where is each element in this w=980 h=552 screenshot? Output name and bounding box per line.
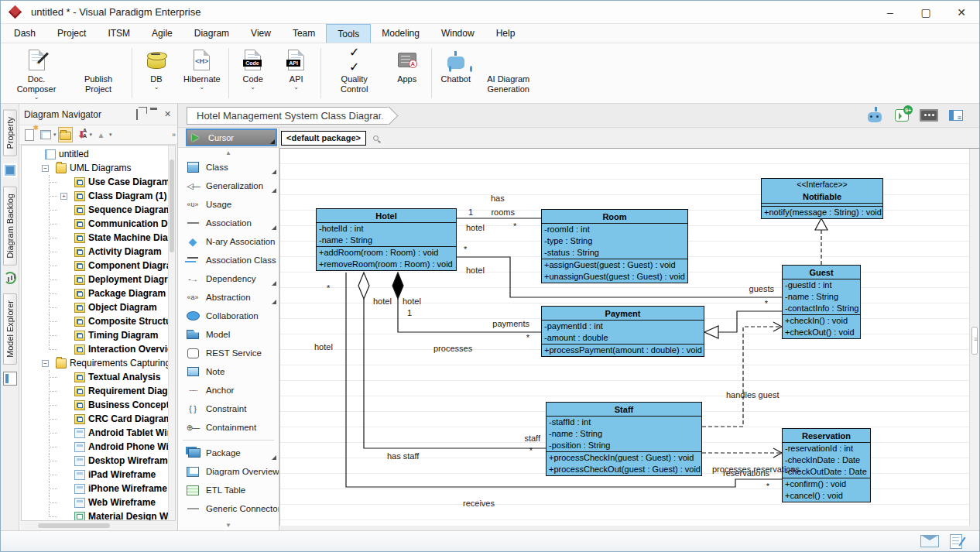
palette-item-class[interactable]: Class <box>178 158 279 177</box>
class-attribute[interactable]: -name : String <box>317 235 456 246</box>
collapse-icon[interactable]: ▲ <box>94 127 108 142</box>
tree-vertical-scrollbar[interactable] <box>168 146 175 520</box>
tree-expander-minus-icon[interactable]: − <box>42 360 49 367</box>
edge-label-[interactable]: * <box>464 245 467 255</box>
edge-label-guests[interactable]: guests <box>749 284 774 294</box>
minimize-button[interactable]: – <box>872 1 908 23</box>
edge-label-hotel[interactable]: hotel <box>314 342 333 352</box>
palette-item-rest-service[interactable]: REST Service <box>178 344 279 362</box>
class-attribute[interactable]: -hotelId : int <box>317 223 456 235</box>
close-button[interactable]: ✕ <box>944 1 979 23</box>
property-panel-icon[interactable] <box>3 163 17 177</box>
edge-label-processes[interactable]: processes <box>433 344 472 354</box>
palette-scroll-down-icon[interactable]: ▼ <box>178 520 279 530</box>
tree-item-interaction-overview-diagram[interactable]: Interaction Overview Diagram <box>22 342 168 356</box>
tree-item-untitled[interactable]: untitled <box>22 147 168 161</box>
edge-label-rooms[interactable]: rooms <box>491 207 515 218</box>
canvas-vertical-scrollbar[interactable] <box>969 149 979 526</box>
tree-item-communication-diagram[interactable]: Communication Diagram <box>22 217 168 231</box>
class-operation[interactable]: +notify(message : String) : void <box>762 207 882 218</box>
tree-item-web-wireframe[interactable]: Web Wireframe <box>22 495 168 509</box>
edge-label-[interactable]: * <box>766 482 769 492</box>
toolbar-button-publish-project[interactable]: Publish Project <box>67 43 129 103</box>
palette-item-note[interactable]: Note <box>178 362 279 381</box>
tree-item-android-tablet-wireframe[interactable]: Android Tablet Wireframe <box>22 426 168 440</box>
palette-item-diagram-overview[interactable]: Diagram Overview <box>178 462 279 481</box>
class-operation[interactable]: +checkOut() : void <box>783 327 860 338</box>
notes-icon[interactable] <box>950 534 962 549</box>
toolbar-button-db[interactable]: DB⌄ <box>135 43 178 103</box>
mail-icon[interactable] <box>920 535 939 547</box>
class-operation[interactable]: +confirm() : void <box>783 478 870 490</box>
tree-item-crc-card-diagram[interactable]: CRC Card Diagram <box>22 412 168 426</box>
close-icon[interactable]: ✕ <box>163 109 173 119</box>
tree-item-component-diagram[interactable]: Component Diagram <box>22 259 168 273</box>
new-diagram-icon[interactable]: ✱ <box>22 127 36 142</box>
class-attribute[interactable]: -paymentId : int <box>542 321 704 332</box>
sort-icon[interactable]: ⬇ <box>74 127 89 142</box>
float-icon[interactable] <box>132 110 142 119</box>
menu-item-team[interactable]: Team <box>282 24 326 43</box>
edge-label-staff[interactable]: staff <box>524 434 540 444</box>
palette-item-model[interactable]: Model <box>178 325 279 344</box>
fit-to-window-icon[interactable] <box>920 107 938 124</box>
toolbar-button-hibernate[interactable]: <H>Hibernate⌄ <box>178 43 226 103</box>
class-attribute[interactable]: -name : String <box>547 428 701 440</box>
tree-item-requirement-diagram[interactable]: Requirement Diagram <box>22 384 168 398</box>
menu-item-agile[interactable]: Agile <box>141 24 183 43</box>
class-attribute[interactable]: -amount : double <box>542 332 704 344</box>
edge-label-processes-reservations[interactable]: processes reservations <box>712 465 800 475</box>
menu-item-itsm[interactable]: ITSM <box>97 24 141 43</box>
tree-item-ipad-wireframe[interactable]: iPad Wireframe <box>22 468 168 482</box>
tree-item-class-diagram-1[interactable]: +Class Diagram (1) <box>22 189 168 203</box>
diagram-dropdown-icon[interactable] <box>38 127 53 142</box>
palette-item-constraint[interactable]: Constraint <box>178 399 279 418</box>
tree-item-package-diagram[interactable]: Package Diagram <box>22 286 168 300</box>
edge-label-[interactable]: * <box>513 221 516 231</box>
toolbar-button-doc-composer[interactable]: Doc. Composer⌄ <box>5 43 67 103</box>
class-attribute[interactable]: -name : String <box>783 291 860 303</box>
edge-label-payments[interactable]: payments <box>492 319 529 329</box>
menu-item-window[interactable]: Window <box>430 24 485 43</box>
side-tab-model-explorer[interactable]: Model Explorer <box>3 293 17 365</box>
menu-item-diagram[interactable]: Diagram <box>183 24 240 43</box>
cursor-tool-button[interactable]: Cursor <box>186 129 277 146</box>
edge-label-hotel[interactable]: hotel <box>466 266 485 276</box>
tree-item-material-design-wireframe[interactable]: Material Design Wireframe <box>22 509 168 520</box>
tree-item-use-case-diagram[interactable]: Use Case Diagram <box>22 175 168 189</box>
toolbar-button-chatbot[interactable]: Chatbot <box>434 43 478 103</box>
uml-class-guest[interactable]: Guest-guestId : int-name : String-contac… <box>782 265 861 339</box>
class-operation[interactable]: +unassignGuest(guest : Guest) : void <box>542 271 687 283</box>
maximize-button[interactable]: ▢ <box>908 1 944 23</box>
tree-item-deployment-diagram[interactable]: Deployment Diagram <box>22 273 168 286</box>
class-operation[interactable]: +removeRoom(room : Room) : void <box>317 259 456 270</box>
tree-item-timing-diagram[interactable]: Timing Diagram <box>22 328 168 342</box>
tree-item-business-concept-diagram[interactable]: Business Concept Diagram <box>22 398 168 412</box>
menu-item-help[interactable]: Help <box>485 24 526 43</box>
palette-item-collaboration[interactable]: Collaboration <box>178 307 279 325</box>
tree-item-activity-diagram[interactable]: Activity Diagram <box>22 245 168 259</box>
palette-item-anchor[interactable]: Anchor <box>178 381 279 399</box>
edge-label-handles-guest[interactable]: handles guest <box>726 390 780 400</box>
edge-label-receives[interactable]: receives <box>463 499 495 509</box>
model-explorer-icon[interactable] <box>3 372 17 386</box>
palette-item-association[interactable]: Association <box>178 214 279 232</box>
menu-item-project[interactable]: Project <box>46 24 97 43</box>
tree-expander-plus-icon[interactable]: + <box>60 193 67 200</box>
uml-class-hotel[interactable]: Hotel-hotelId : int-name : String+addRoo… <box>316 208 457 271</box>
toolbar-button-api[interactable]: APIAPI⌄ <box>275 43 318 103</box>
tree-item-state-machine-diagram[interactable]: State Machine Diagram <box>22 231 168 245</box>
class-operation[interactable]: +processCheckIn(guest : Guest) : void <box>547 452 701 464</box>
edge-label-1[interactable]: 1 <box>468 207 473 218</box>
palette-scroll-up-icon[interactable]: ▲ <box>178 148 279 158</box>
uml-class-staff[interactable]: Staff-staffId : int-name : String-positi… <box>546 402 702 476</box>
tree-item-requirements-capturing[interactable]: −Requirements Capturing <box>22 356 168 370</box>
tree-item-composite-structure-diagram[interactable]: Composite Structure Diagram <box>22 314 168 328</box>
panel-view-icon[interactable] <box>947 107 965 124</box>
edge-label-hotel[interactable]: hotel <box>403 297 421 307</box>
palette-item-association-class[interactable]: Association Class <box>178 251 279 269</box>
class-attribute[interactable]: -guestId : int <box>783 279 860 291</box>
overflow-icon[interactable]: » <box>172 131 175 139</box>
palette-item-usage[interactable]: Usage <box>178 195 279 214</box>
open-folder-icon[interactable] <box>58 127 73 142</box>
